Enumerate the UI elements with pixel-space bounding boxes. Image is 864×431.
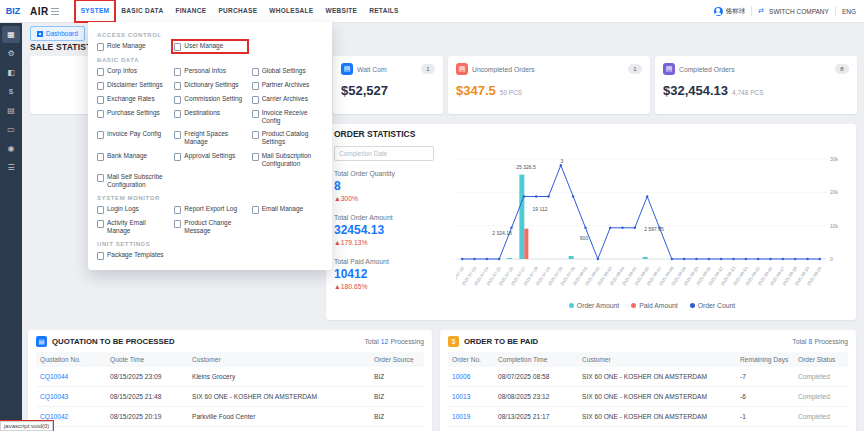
menu-item-activity-email-manage[interactable]: Activity Email Manage <box>97 219 168 235</box>
switch-company-button[interactable]: ⇄ SWITCH COMPANY <box>758 7 829 15</box>
menu-item-corp-infos[interactable]: Corp Infos <box>97 67 168 76</box>
statistics-icon[interactable]: ◧ <box>2 64 20 81</box>
website-icon[interactable]: ◉ <box>2 140 20 157</box>
nav-item-retails[interactable]: RETAILS <box>363 0 404 22</box>
row-link[interactable]: CQ10044 <box>36 367 106 387</box>
dashboard-icon[interactable]: ▦ <box>2 26 20 43</box>
destinations-icon <box>174 110 181 118</box>
order-to-be-paid-table: Order No.Completion TimeCustomerRemainin… <box>448 352 848 431</box>
cell: Parkville Food Center <box>188 407 370 427</box>
order-count-point <box>609 227 611 229</box>
legend-dot <box>569 303 574 308</box>
order-to-be-paid-table-wrap: Order No.Completion TimeCustomerRemainin… <box>448 352 848 431</box>
menu-item-dictionary-settings[interactable]: Dictionary Settings <box>174 81 245 90</box>
menu-item-purchase-settings[interactable]: Purchase Settings <box>97 109 168 125</box>
row-link[interactable]: 10006 <box>448 367 494 387</box>
menu-item-mail-self-subscribe-configuration[interactable]: Mail Self Subscribe Configuration <box>97 173 168 189</box>
menu-item-personal-infos[interactable]: Personal Infos <box>174 67 245 76</box>
card-unit: 50 PCS <box>500 89 522 96</box>
tab-dashboard-label: Dashboard <box>46 30 78 37</box>
column-header: Remaining Days <box>736 352 794 367</box>
menu-item-freight-spaces-manage[interactable]: Freight Spaces Manage <box>174 130 245 146</box>
order-count-point <box>621 227 623 229</box>
global-settings-icon <box>252 68 259 76</box>
menu-item-report-export-log[interactable]: Report Export Log <box>174 205 245 214</box>
cell: 08/15/2025 21:48 <box>106 387 188 407</box>
card-badge: 1 <box>628 64 642 74</box>
menu-item-product-catalog-settings[interactable]: Product Catalog Settings <box>252 130 323 146</box>
row-link[interactable]: 10019 <box>448 407 494 427</box>
tab-dashboard[interactable]: Dashboard <box>30 26 85 41</box>
menu-item-role-manage[interactable]: Role Manage <box>97 42 168 51</box>
invoice-pay-config-icon <box>97 131 104 139</box>
table-row: CQ1004408/15/2025 23:09Kleins GroceryBIZ <box>36 367 424 387</box>
legend-order-amount[interactable]: Order Amount <box>569 302 619 309</box>
wait-com-icon: ▤ <box>341 63 353 75</box>
top-nav: SYSTEMBASIC DATAFINANCEPURCHASEWHOLESALE… <box>75 0 405 22</box>
menu-item-user-manage[interactable]: User Manage <box>174 42 245 51</box>
menu-item-commission-setting[interactable]: Commission Setting <box>174 95 245 104</box>
quotation-table-wrap: Quotation No.Quote TimeCustomerOrder Sou… <box>36 352 424 431</box>
menu-item-email-manage[interactable]: Email Manage <box>252 205 323 214</box>
menu-item-package-templates[interactable]: Package Templates <box>97 251 168 260</box>
menu-item-carrier-archives[interactable]: Carrier Archives <box>252 95 323 104</box>
legend-order-count[interactable]: Order Count <box>690 302 735 309</box>
stat-label: Total Order Amount <box>334 214 452 221</box>
user-menu[interactable]: 骆标球 <box>714 7 746 16</box>
order-count-point <box>572 195 574 197</box>
order-count-point <box>819 258 821 260</box>
row-link[interactable]: CQ10043 <box>36 387 106 407</box>
menu-item-invoice-receive-config[interactable]: Invoice Receive Config <box>252 109 323 125</box>
chart-point-label: 2 597.95 <box>644 226 664 232</box>
settings-icon[interactable]: ⚙ <box>2 45 20 62</box>
cell <box>106 427 188 431</box>
menu-item-mail-subscription-configuration[interactable]: Mail Subscription Configuration <box>252 152 323 168</box>
finance-icon[interactable]: $ <box>2 83 20 100</box>
menu-item-partner-archives[interactable]: Partner Archives <box>252 81 323 90</box>
completion-date-filter[interactable] <box>334 146 434 161</box>
nav-item-wholesale[interactable]: WHOLESALE <box>263 0 319 22</box>
menu-item-label: Package Templates <box>107 251 164 259</box>
menu-icon[interactable]: ☰ <box>2 159 20 176</box>
cell: 08/13/2025 21:17 <box>494 407 578 427</box>
nav-item-basic-data[interactable]: BASIC DATA <box>115 0 169 22</box>
order-count-point <box>720 258 722 260</box>
order-to-be-paid-title: ORDER TO BE PAID <box>464 337 787 346</box>
nav-item-website[interactable]: WEBSITE <box>320 0 364 22</box>
air-logo: AIR <box>30 6 59 17</box>
menu-item-approval-settings[interactable]: Approval Settings <box>174 152 245 168</box>
order-count-point <box>646 195 648 197</box>
menu-item-login-logs[interactable]: Login Logs <box>97 205 168 214</box>
table-row <box>448 427 848 431</box>
menu-item-global-settings[interactable]: Global Settings <box>252 67 323 76</box>
cell: Completed <box>794 387 848 407</box>
cell: Completed <box>794 367 848 387</box>
purchase-icon[interactable]: ▤ <box>2 102 20 119</box>
nav-item-purchase[interactable]: PURCHASE <box>212 0 263 22</box>
menu-item-invoice-pay-config[interactable]: Invoice Pay Config <box>97 130 168 146</box>
stat-delta: ▲180.65% <box>334 283 452 290</box>
nav-item-system[interactable]: SYSTEM <box>75 0 116 22</box>
menu-item-label: Invoice Pay Config <box>107 130 161 138</box>
cell: -7 <box>736 367 794 387</box>
language-button[interactable]: ENG <box>842 8 856 15</box>
menu-item-label: Commission Setting <box>184 95 242 103</box>
legend-paid-amount[interactable]: Paid Amount <box>631 302 678 309</box>
card-badge: 1 <box>421 64 435 74</box>
air-logo-text: AIR <box>30 6 49 17</box>
monitor-icon[interactable]: ▭ <box>2 121 20 138</box>
top-bar: BIZ AIR SYSTEMBASIC DATAFINANCEPURCHASEW… <box>0 0 864 23</box>
menu-item-destinations[interactable]: Destinations <box>174 109 245 125</box>
row-link[interactable]: 10013 <box>448 387 494 407</box>
menu-item-disclaimer-settings[interactable]: Disclaimer Settings <box>97 81 168 90</box>
menu-item-exchange-rates[interactable]: Exchange Rates <box>97 95 168 104</box>
menu-item-bank-manage[interactable]: Bank Manage <box>97 152 168 168</box>
order-to-be-paid-header: $ ORDER TO BE PAID Total8Processing <box>448 336 848 347</box>
card-badge: 8 <box>835 64 849 74</box>
nav-item-finance[interactable]: FINANCE <box>169 0 212 22</box>
legend-dot <box>690 303 695 308</box>
column-header: Order Status <box>794 352 848 367</box>
right-axis-tick: 30k <box>830 156 839 162</box>
menu-item-product-change-message[interactable]: Product Change Message <box>174 219 245 235</box>
order-amount-bar <box>507 258 512 259</box>
